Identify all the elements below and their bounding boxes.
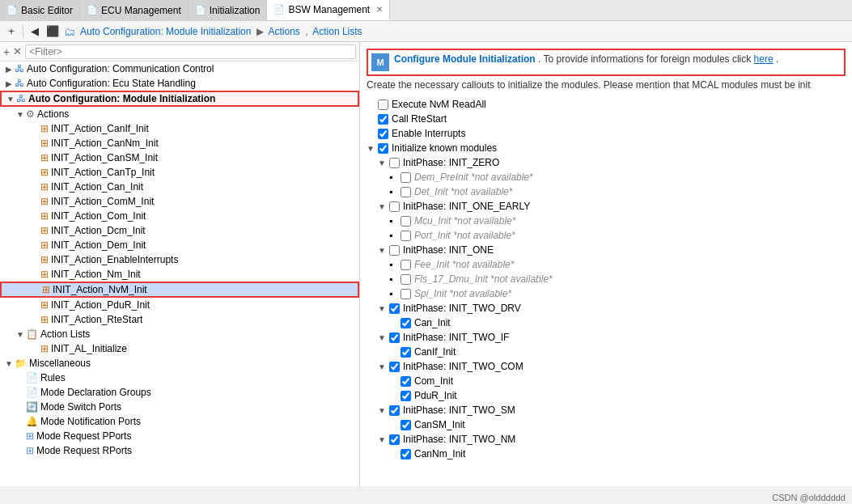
breadcrumb-action-lists[interactable]: Action Lists	[312, 26, 362, 37]
cb-spi-init-check[interactable]	[401, 289, 411, 299]
expand-init-known[interactable]: ▼	[367, 144, 378, 153]
tree-item-mode-req-r[interactable]: ⊞ Mode Request RPorts	[0, 443, 359, 458]
expand-phase-one-early[interactable]: ▼	[378, 202, 389, 211]
cb-phase-two-drv-check[interactable]	[389, 303, 400, 314]
node-icon-can: ⊞	[40, 181, 49, 193]
tab-bsw-close[interactable]: ✕	[376, 5, 383, 14]
tree-item-ac-mod[interactable]: ▼ 🖧 Auto Configuration: Module Initializ…	[0, 91, 359, 107]
cb-enable-int: Enable Interrupts	[367, 126, 846, 141]
right-panel[interactable]: M Configure Module Initialization . To p…	[360, 42, 852, 486]
tree-item-rte-start[interactable]: ⊞ INIT_Action_RteStart	[0, 312, 359, 327]
tree-item-rules[interactable]: 📄 Rules	[0, 371, 359, 385]
cb-enable-int-check[interactable]	[378, 129, 388, 139]
node-icon-al: ⊞	[40, 343, 49, 354]
tree-item-misc[interactable]: ▼ 📁 Miscellaneous	[0, 356, 359, 371]
expand-phase-two-sm[interactable]: ▼	[378, 406, 389, 415]
tree-item-mode-req-p[interactable]: ⊞ Mode Request PPorts	[0, 429, 359, 443]
config-here-link[interactable]: here	[754, 53, 774, 65]
cb-dem-preinit-check[interactable]	[401, 172, 411, 183]
cb-exec-nvm-check[interactable]	[378, 100, 388, 110]
expand-phase-two-if[interactable]: ▼	[378, 333, 389, 342]
tree-item-mode-decl[interactable]: 📄 Mode Declaration Groups	[0, 385, 359, 400]
add-tree-button[interactable]: +	[3, 45, 10, 58]
expand-phase-two-nm[interactable]: ▼	[378, 435, 389, 444]
tree-item-canif-init[interactable]: ⊞ INIT_Action_CanIf_Init	[0, 121, 359, 136]
tree-panel[interactable]: ▶ 🖧 Auto Configuration: Communication Co…	[0, 61, 359, 486]
cb-fls-init-check[interactable]	[401, 274, 411, 285]
breadcrumb-actions[interactable]: Actions	[268, 26, 299, 37]
node-label-mode-notif: Mode Notification Ports	[40, 416, 141, 427]
tree-item-mode-switch[interactable]: 🔄 Mode Switch Ports	[0, 400, 359, 414]
cb-com-init-check[interactable]	[401, 376, 411, 387]
cb-canif-init-check[interactable]	[401, 347, 411, 358]
node-label-can: INIT_Action_Can_Init	[51, 181, 143, 193]
cb-cannm-init-label: CanNm_Init	[414, 448, 465, 460]
node-label-mode-req-r: Mode Request RPorts	[36, 445, 132, 456]
tree-item-cantp-init[interactable]: ⊞ INIT_Action_CanTp_Init	[0, 165, 359, 180]
node-label-cantp: INIT_Action_CanTp_Init	[51, 167, 155, 178]
node-icon-pdur: ⊞	[40, 299, 49, 311]
cb-call-rte-check[interactable]	[378, 114, 388, 125]
tab-initialization[interactable]: 📄 Initialization	[189, 0, 268, 20]
cb-phase-one-check[interactable]	[389, 245, 400, 256]
breadcrumb-root[interactable]: Auto Configuration: Module Initializatio…	[80, 26, 251, 37]
node-label-cannm: INIT_Action_CanNm_Init	[51, 138, 159, 149]
tab-basic-editor[interactable]: 📄 Basic Editor	[0, 0, 80, 20]
expand-phase-two-drv[interactable]: ▼	[378, 304, 389, 313]
cb-cansm-init-check[interactable]	[401, 420, 411, 430]
remove-tree-button[interactable]: ✕	[13, 45, 22, 57]
cb-port-init-check[interactable]	[401, 231, 411, 241]
tree-item-dem-init[interactable]: ⊞ INIT_Action_Dem_Init	[0, 238, 359, 252]
tree-item-init-al[interactable]: ⊞ INIT_AL_Initialize	[0, 341, 359, 356]
tree-item-enable-int[interactable]: ⊞ INIT_Action_EnableInterrupts	[0, 252, 359, 267]
config-description2: Create the necessary callouts to initial…	[360, 79, 852, 94]
tab-bsw-icon: 📄	[273, 4, 285, 15]
toolbar-add-button[interactable]: +	[3, 23, 19, 40]
status-bar: CSDN @oldddddd	[765, 491, 852, 504]
tab-bsw-management[interactable]: 📄 BSW Management ✕	[267, 0, 390, 20]
tree-item-mode-notif[interactable]: 🔔 Mode Notification Ports	[0, 414, 359, 429]
cb-phase-zero-check[interactable]	[389, 158, 400, 168]
node-label-nvm: INIT_Action_NvM_Init	[53, 284, 147, 295]
cb-phase-two-sm-check[interactable]	[389, 405, 400, 416]
tree-item-action-lists[interactable]: ▼ 📋 Action Lists	[0, 327, 359, 341]
toolbar-back-button[interactable]: ◀	[27, 23, 43, 40]
cb-phase-two-sm-label: InitPhase: INIT_TWO_SM	[403, 404, 515, 416]
tree-item-comm-init[interactable]: ⊞ INIT_Action_ComM_Init	[0, 194, 359, 209]
expand-phase-zero[interactable]: ▼	[378, 159, 389, 167]
cb-phase-one: ▼ InitPhase: INIT_ONE	[367, 243, 846, 257]
cb-phase-two-if-check[interactable]	[389, 332, 400, 343]
cb-pdur-init-check[interactable]	[401, 391, 411, 401]
tree-item-pdur-init[interactable]: ⊞ INIT_Action_PduR_Init	[0, 298, 359, 312]
cb-phase-one-early-check[interactable]	[389, 201, 400, 212]
tree-item-cannm-init[interactable]: ⊞ INIT_Action_CanNm_Init	[0, 136, 359, 150]
tree-item-nm-init[interactable]: ⊞ INIT_Action_Nm_Init	[0, 267, 359, 282]
cb-phase-two-com-check[interactable]	[389, 362, 400, 372]
cb-phase-two-nm-check[interactable]	[389, 434, 400, 445]
config-icon: M	[371, 53, 389, 71]
tree-item-dcm-init[interactable]: ⊞ INIT_Action_Dcm_Init	[0, 223, 359, 238]
tree-item-ac-ecu[interactable]: ▶ 🖧 Auto Configuration: Ecu State Handli…	[0, 76, 359, 91]
filter-input[interactable]	[25, 44, 356, 59]
node-label-rules: Rules	[40, 372, 66, 383]
tree-item-can-init[interactable]: ⊞ INIT_Action_Can_Init	[0, 180, 359, 194]
expand-phase-one[interactable]: ▼	[378, 246, 389, 255]
tree-item-cansm-init[interactable]: ⊞ INIT_Action_CanSM_Init	[0, 150, 359, 165]
tree-item-nvm-init[interactable]: ⊞ INIT_Action_NvM_Init	[0, 282, 359, 298]
node-label-mode-switch: Mode Switch Ports	[40, 401, 121, 413]
node-icon-dcm: ⊞	[40, 225, 49, 236]
toolbar-expand-button[interactable]: ⬛	[45, 23, 61, 40]
cb-init-known-check[interactable]	[378, 143, 388, 154]
tree-item-ac-comm[interactable]: ▶ 🖧 Auto Configuration: Communication Co…	[0, 61, 359, 76]
cb-det-init: ▪ Det_Init *not available*	[367, 184, 846, 199]
cb-can-init-check[interactable]	[401, 318, 411, 328]
cb-fee-init: ▪ Fee_Init *not available*	[367, 257, 846, 272]
tree-item-actions[interactable]: ▼ ⚙ Actions	[0, 107, 359, 121]
cb-cannm-init-check[interactable]	[401, 449, 411, 460]
cb-fee-init-check[interactable]	[401, 260, 411, 270]
cb-det-init-check[interactable]	[401, 187, 411, 197]
cb-mcu-init-check[interactable]	[401, 216, 411, 227]
tree-item-com-init[interactable]: ⊞ INIT_Action_Com_Init	[0, 209, 359, 223]
expand-phase-two-com[interactable]: ▼	[378, 362, 389, 371]
tab-ecu-management[interactable]: 📄 ECU Management	[80, 0, 189, 20]
